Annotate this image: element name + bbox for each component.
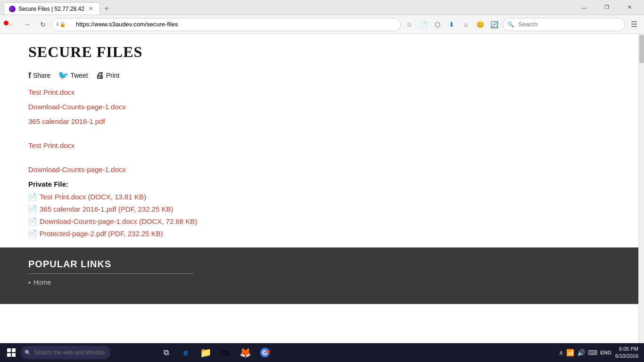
edge-app[interactable]: e — [176, 343, 195, 362]
pocket-button[interactable]: ⬡ — [431, 18, 444, 31]
file-link-2[interactable]: Download-Counts-page-1.docx — [28, 103, 610, 111]
minimize-button[interactable]: — — [573, 0, 595, 15]
footer-title: POPULAR LINKS — [28, 259, 610, 270]
file-explorer-app[interactable]: 📁 — [196, 343, 215, 362]
taskbar-right: ∧ 📶 🔊 ⌨ ENG 6:05 PM 6/10/2016 — [559, 346, 642, 360]
search-input[interactable] — [503, 18, 625, 31]
twitter-icon: 🐦 — [58, 70, 68, 81]
maximize-button[interactable]: ❐ — [596, 0, 618, 15]
scrollbar-thumb[interactable] — [639, 35, 644, 63]
private-file-link-2[interactable]: 365 calendar 2016-1.pdf (PDF, 232.25 KB) — [40, 205, 173, 213]
footer-divider — [28, 273, 193, 274]
private-label: Private File: — [28, 180, 610, 188]
share-link[interactable]: f Share — [28, 71, 50, 81]
svg-point-3 — [264, 352, 266, 354]
social-bar: f Share 🐦 Tweet 🖨 Print — [28, 70, 610, 81]
file-link-repeat-1[interactable]: Test Print.docx — [28, 141, 610, 149]
lock-icon: 🔒 — [59, 21, 66, 27]
page-container: SECURE FILES f Share 🐦 Tweet 🖨 Print Tes… — [0, 34, 644, 343]
search-icon: 🔍 — [507, 21, 514, 28]
tab-close-button[interactable]: ✕ — [87, 5, 95, 13]
file-link-1[interactable]: Test Print.docx — [28, 88, 610, 96]
close-button[interactable]: ✕ — [619, 0, 640, 15]
system-tray-icons: ∧ 📶 🔊 ⌨ ENG — [559, 349, 611, 356]
print-label: Print — [106, 72, 120, 79]
home-button[interactable]: ⌂ — [459, 18, 472, 31]
up-arrow-icon[interactable]: ∧ — [559, 349, 563, 356]
footer: POPULAR LINKS Home — [0, 247, 638, 304]
volume-icon[interactable]: 🔊 — [577, 349, 585, 356]
footer-home-link[interactable]: Home — [28, 279, 610, 286]
address-input[interactable] — [52, 18, 401, 31]
taskbar-apps: ⧉ e 📁 🛍 🦊 — [157, 343, 274, 362]
wifi-icon[interactable]: 📶 — [566, 349, 574, 356]
task-view-button[interactable]: ⧉ — [157, 343, 175, 362]
new-tab-button[interactable]: + — [100, 2, 113, 15]
tweet-label: Tweet — [70, 72, 88, 79]
chrome-app[interactable] — [256, 343, 274, 362]
active-tab[interactable]: Secure Files | 52.77.28.42 ✕ — [4, 2, 100, 15]
share-label: Share — [33, 72, 50, 79]
private-file-link-3[interactable]: Download-Counts-page-1.docx (DOCX, 72.68… — [40, 217, 197, 225]
taskbar-clock[interactable]: 6:05 PM 6/10/2016 — [615, 346, 638, 360]
private-file-4: 📄 Protected-page-2.pdf (PDF, 232.25 KB) — [28, 229, 610, 238]
chrome-logo-icon — [260, 348, 270, 357]
private-file-2: 📄 365 calendar 2016-1.pdf (PDF, 232.25 K… — [28, 204, 610, 214]
download-button[interactable]: ⬇ — [445, 18, 458, 31]
scrollbar-track[interactable] — [638, 34, 644, 343]
private-file-1: 📄 Test Print.docx (DOCX, 13.81 KB) — [28, 192, 610, 201]
keyboard-icon[interactable]: ⌨ — [588, 349, 597, 356]
spacer-1 — [28, 132, 610, 141]
security-icon: ℹ 🔒 — [57, 21, 66, 27]
docx-icon-1: 📄 — [28, 192, 37, 201]
print-icon: 🖨 — [96, 71, 104, 81]
address-bar-container: ℹ 🔒 — [52, 18, 401, 31]
menu-button[interactable]: ☰ — [627, 18, 640, 31]
store-app[interactable]: 🛍 — [216, 343, 235, 362]
info-icon: ℹ — [57, 21, 58, 27]
tab-favicon — [9, 6, 16, 12]
taskbar-date-display: 6/10/2016 — [615, 353, 638, 360]
notification-dot — [4, 21, 8, 25]
pdf-icon-2: 📄 — [28, 229, 37, 238]
private-file-link-1[interactable]: Test Print.docx (DOCX, 13.81 KB) — [40, 193, 146, 201]
taskbar-search-icon: 🔍 — [25, 350, 31, 356]
taskbar-search-input[interactable] — [21, 346, 110, 359]
page-title: SECURE FILES — [28, 43, 610, 61]
refresh-button[interactable]: ↻ — [36, 17, 50, 32]
start-button[interactable] — [2, 343, 21, 362]
pdf-icon-1: 📄 — [28, 204, 37, 214]
tweet-link[interactable]: 🐦 Tweet — [58, 70, 88, 81]
print-link[interactable]: 🖨 Print — [96, 71, 120, 81]
docx-icon-2: 📄 — [28, 216, 37, 226]
sync-button[interactable]: 🔄 — [487, 18, 501, 31]
toolbar-icons: ☆ 📄 ⬡ ⬇ ⌂ 😊 🔄 — [403, 18, 501, 31]
browser-toolbar: ← → ↻ ℹ 🔒 ☆ 📄 ⬡ ⬇ ⌂ 😊 🔄 🔍 ☰ — [0, 15, 644, 34]
tab-area: Secure Files | 52.77.28.42 ✕ + — [4, 0, 113, 15]
private-file-3: 📄 Download-Counts-page-1.docx (DOCX, 72.… — [28, 216, 610, 226]
firefox-app[interactable]: 🦊 — [236, 343, 255, 362]
private-file-link-4[interactable]: Protected-page-2.pdf (PDF, 232.25 KB) — [40, 230, 163, 238]
facebook-icon: f — [28, 71, 31, 81]
forward-button[interactable]: → — [20, 17, 34, 32]
window-controls: — ❐ ✕ — [573, 0, 640, 15]
windows-logo-icon — [7, 348, 16, 357]
file-link-repeat-2[interactable]: Download-Counts-page-1.docx — [28, 165, 610, 173]
language-indicator[interactable]: ENG — [600, 350, 611, 355]
taskbar: 🔍 ⧉ e 📁 🛍 🦊 ∧ 📶 🔊 ⌨ ENG — [0, 343, 644, 362]
search-bar-container: 🔍 — [503, 18, 625, 31]
file-link-3[interactable]: 365 calendar 2016-1.pdf — [28, 117, 610, 125]
tab-title: Secure Files | 52.77.28.42 — [18, 6, 84, 12]
title-bar: Secure Files | 52.77.28.42 ✕ + — ❐ ✕ — [0, 0, 644, 15]
spacer-2 — [28, 156, 610, 165]
bookmark-button[interactable]: ☆ — [403, 18, 416, 31]
taskbar-search-wrap: 🔍 — [21, 346, 153, 359]
taskbar-time-display: 6:05 PM — [615, 346, 638, 353]
avatar-button[interactable]: 😊 — [473, 18, 487, 31]
page-content: SECURE FILES f Share 🐦 Tweet 🖨 Print Tes… — [0, 34, 638, 343]
reader-button[interactable]: 📄 — [417, 18, 430, 31]
